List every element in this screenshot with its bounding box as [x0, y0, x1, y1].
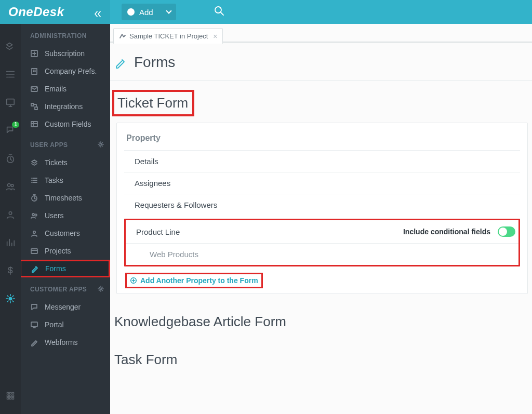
property-row-details[interactable]: Details [124, 150, 520, 172]
nav-label: Messenger [45, 303, 81, 311]
svg-rect-20 [31, 103, 34, 106]
projects-icon [30, 247, 38, 255]
conditional-fields-toggle[interactable] [498, 226, 515, 237]
svg-rect-16 [12, 397, 14, 399]
svg-rect-21 [35, 107, 37, 110]
property-row-product-line[interactable]: Product Line Include conditional fields [126, 220, 518, 243]
svg-point-25 [32, 213, 34, 216]
svg-point-23 [100, 143, 101, 145]
property-column-header: Property [124, 130, 520, 150]
chat-badge: 1 [12, 122, 19, 128]
subscription-icon [30, 49, 38, 58]
page-header: Forms [110, 43, 532, 81]
rail-timer-icon[interactable] [5, 153, 16, 164]
rail-apps-icon[interactable] [5, 390, 16, 402]
forms-icon [31, 264, 39, 273]
rail-users-icon[interactable] [5, 181, 16, 192]
svg-point-4 [8, 184, 10, 186]
nav-forms[interactable]: Forms [21, 260, 110, 277]
nav-tickets[interactable]: Tickets [21, 154, 110, 171]
conditional-fields-label: Include conditional fields [403, 228, 490, 236]
svg-rect-2 [7, 99, 15, 105]
nav-tasks[interactable]: Tasks [21, 171, 110, 189]
collapse-sidebar-button[interactable] [94, 7, 103, 17]
icon-rail: 1 [0, 24, 21, 414]
topbar: OneDesk Add [0, 0, 532, 24]
nav-timesheets[interactable]: Timesheets [21, 189, 110, 207]
nav-custom-fields[interactable]: Custom Fields [21, 115, 110, 133]
tab-sample-ticket[interactable]: Sample TICKET in Project × [113, 28, 223, 44]
gear-icon[interactable] [98, 141, 104, 149]
section-customer-apps: CUSTOMER APPS [21, 277, 110, 298]
nav-subscription[interactable]: Subscription [21, 45, 110, 62]
nav-webforms[interactable]: Webforms [21, 333, 110, 351]
nav-label: Tickets [45, 158, 68, 167]
svg-point-1 [215, 7, 221, 13]
users-icon [30, 211, 38, 220]
portal-icon [30, 320, 38, 329]
rail-settings-icon[interactable] [5, 293, 16, 304]
svg-rect-10 [12, 392, 14, 394]
search-button[interactable] [214, 5, 225, 19]
add-button[interactable]: Add [122, 4, 176, 20]
section-user-apps: USER APPS [21, 133, 110, 154]
svg-rect-13 [12, 395, 14, 396]
task-form-heading: Task Form [114, 349, 532, 371]
rail-finance-icon[interactable] [5, 265, 16, 276]
custom-fields-icon [30, 120, 38, 128]
timesheets-icon [30, 194, 38, 202]
nav-emails[interactable]: Emails [21, 80, 110, 98]
property-row-assignees[interactable]: Assignees [124, 172, 520, 194]
company-icon [30, 67, 38, 75]
emails-icon [30, 85, 38, 93]
nav-messenger[interactable]: Messenger [21, 298, 110, 316]
rail-analytics-icon[interactable] [5, 237, 16, 248]
svg-rect-11 [7, 395, 8, 396]
tabstrip: Sample TICKET in Project × [110, 24, 532, 43]
rail-tasks-icon[interactable] [5, 69, 16, 80]
svg-rect-22 [31, 122, 37, 127]
svg-point-6 [9, 212, 11, 215]
property-row-requesters[interactable]: Requesters & Followers [124, 194, 520, 216]
nav-label: Timesheets [45, 194, 82, 202]
gear-icon[interactable] [98, 286, 104, 293]
nav-label: Forms [45, 264, 66, 273]
svg-rect-30 [31, 322, 37, 327]
nav-company-prefs[interactable]: Company Prefs. [21, 62, 110, 80]
rail-chat-icon[interactable]: 1 [5, 125, 16, 136]
svg-rect-14 [7, 397, 8, 399]
nav-customers[interactable]: Customers [21, 224, 110, 242]
close-icon[interactable]: × [213, 32, 217, 41]
nav-portal[interactable]: Portal [21, 316, 110, 333]
messenger-icon [30, 303, 38, 311]
tickets-icon [30, 158, 38, 167]
nav-label: Projects [45, 247, 71, 255]
section-admin: ADMINISTRATION [21, 24, 110, 45]
add-property-link[interactable]: Add Another Property to the Form [125, 273, 263, 288]
nav-label: Company Prefs. [45, 67, 97, 75]
nav-label: Subscription [45, 49, 85, 58]
nav-integrations[interactable]: Integrations [21, 98, 110, 115]
rail-presentations-icon[interactable] [5, 97, 16, 108]
integrations-icon [30, 102, 38, 111]
customers-icon [30, 229, 38, 237]
rail-tickets-icon[interactable] [5, 41, 16, 52]
svg-point-27 [33, 231, 35, 233]
svg-rect-12 [9, 395, 11, 396]
svg-rect-15 [9, 397, 11, 399]
nav-label: Tasks [45, 176, 63, 184]
svg-rect-8 [7, 392, 8, 394]
svg-point-26 [35, 214, 37, 216]
ticket-form-card: Property Details Assignees Requesters & … [116, 123, 528, 294]
nav-label: Webforms [45, 338, 78, 346]
chevron-down-icon [166, 8, 171, 14]
nav-label: Users [45, 211, 64, 220]
main-area: Sample TICKET in Project × Forms Ticket … [110, 24, 532, 414]
property-row-web-products[interactable]: Web Products [126, 243, 518, 265]
svg-point-5 [11, 184, 14, 187]
nav-projects[interactable]: Projects [21, 242, 110, 260]
svg-point-7 [9, 297, 11, 300]
rail-customers-icon[interactable] [5, 209, 16, 220]
nav-users[interactable]: Users [21, 207, 110, 224]
add-button-label: Add [139, 8, 153, 17]
